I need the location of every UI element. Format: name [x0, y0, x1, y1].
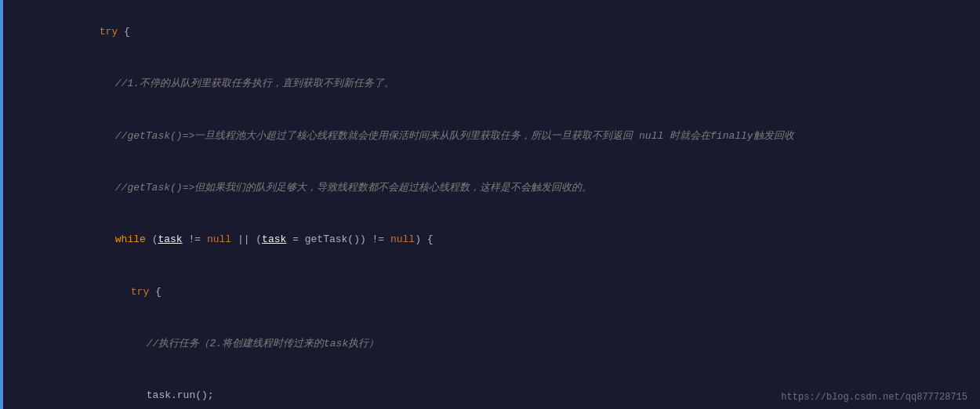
code-line: //1.不停的从队列里获取任务执行，直到获取不到新任务了。 — [16, 58, 980, 110]
code-line: while (task != null || (task = getTask()… — [16, 214, 980, 266]
code-line: //getTask()=>但如果我们的队列足够大，导致线程数都不会超过核心线程数… — [16, 162, 980, 214]
code-editor: try { //1.不停的从队列里获取任务执行，直到获取不到新任务了。 //ge… — [0, 0, 980, 409]
url-bar: https://blog.csdn.net/qq877728715 — [781, 392, 967, 403]
code-line: //getTask()=>一旦线程池大小超过了核心线程数就会使用保活时间来从队列… — [16, 110, 980, 162]
line-indicator — [0, 0, 3, 409]
code-line: task.run(); — [16, 370, 980, 409]
code-line: try { — [16, 6, 980, 58]
code-line: //执行任务（2.将创建线程时传过来的task执行） — [16, 318, 980, 370]
code-line: try { — [16, 266, 980, 317]
code-block: try { //1.不停的从队列里获取任务执行，直到获取不到新任务了。 //ge… — [0, 0, 980, 409]
